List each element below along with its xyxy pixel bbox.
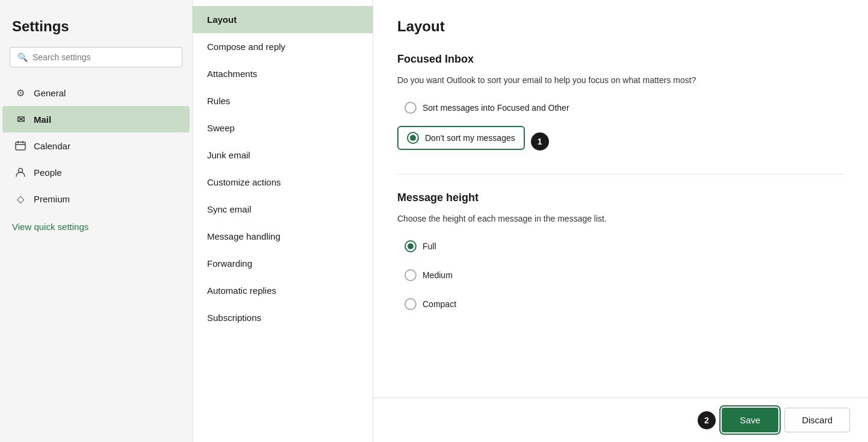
radio-full-circle bbox=[405, 240, 417, 252]
radio-full[interactable]: Full bbox=[397, 235, 444, 257]
search-input[interactable] bbox=[33, 52, 175, 62]
radio-nosort-messages[interactable]: Don't sort my messages bbox=[397, 126, 525, 150]
sidebar-item-people-label: People bbox=[34, 167, 62, 178]
focused-inbox-description: Do you want Outlook to sort your email t… bbox=[397, 75, 844, 85]
view-quick-settings-link[interactable]: View quick settings bbox=[0, 214, 192, 239]
sidebar-item-general[interactable]: ⚙ General bbox=[2, 79, 190, 106]
middle-panel: Layout Compose and reply Attachments Rul… bbox=[193, 0, 373, 442]
svg-rect-0 bbox=[16, 142, 25, 150]
radio-medium[interactable]: Medium bbox=[397, 264, 460, 286]
radio-nosort-label: Don't sort my messages bbox=[425, 133, 515, 143]
bottom-bar: 2 Save Discard bbox=[373, 397, 868, 442]
premium-icon: ◇ bbox=[14, 193, 26, 205]
middle-item-forwarding[interactable]: Forwarding bbox=[193, 250, 373, 277]
badge-2: 2 bbox=[698, 411, 716, 429]
search-icon: 🔍 bbox=[17, 52, 28, 62]
middle-item-junk[interactable]: Junk email bbox=[193, 142, 373, 169]
radio-medium-circle bbox=[405, 269, 417, 281]
sidebar-nav: ⚙ General ✉ Mail Calendar bbox=[0, 79, 192, 212]
section-divider bbox=[397, 174, 844, 175]
search-box[interactable]: 🔍 bbox=[10, 47, 182, 67]
radio-sort-label: Sort messages into Focused and Other bbox=[423, 103, 569, 113]
main-content: Layout Focused Inbox Do you want Outlook… bbox=[373, 0, 868, 442]
radio-full-label: Full bbox=[423, 241, 436, 251]
radio-compact[interactable]: Compact bbox=[397, 293, 463, 315]
sidebar-item-calendar-label: Calendar bbox=[34, 141, 70, 151]
sidebar-title: Settings bbox=[0, 12, 192, 47]
middle-item-handling[interactable]: Message handling bbox=[193, 223, 373, 250]
sidebar-item-mail[interactable]: ✉ Mail bbox=[2, 106, 190, 132]
middle-item-customize[interactable]: Customize actions bbox=[193, 169, 373, 196]
focused-inbox-title: Focused Inbox bbox=[397, 53, 844, 66]
mail-icon: ✉ bbox=[14, 113, 26, 125]
radio-medium-label: Medium bbox=[423, 270, 453, 280]
middle-item-sync[interactable]: Sync email bbox=[193, 196, 373, 223]
radio-compact-circle bbox=[405, 298, 417, 310]
sidebar-item-people[interactable]: People bbox=[2, 159, 190, 185]
middle-item-attachments[interactable]: Attachments bbox=[193, 60, 373, 87]
main-title: Layout bbox=[397, 18, 844, 35]
radio-nosort-circle bbox=[407, 132, 419, 144]
calendar-icon bbox=[14, 140, 26, 152]
message-height-title: Message height bbox=[397, 191, 844, 204]
save-badge-area: 2 Save bbox=[692, 408, 778, 432]
middle-item-compose[interactable]: Compose and reply bbox=[193, 33, 373, 60]
middle-item-replies[interactable]: Automatic replies bbox=[193, 277, 373, 304]
middle-item-sweep[interactable]: Sweep bbox=[193, 114, 373, 142]
people-icon bbox=[14, 166, 26, 178]
message-height-description: Choose the height of each message in the… bbox=[397, 214, 844, 223]
save-button[interactable]: Save bbox=[722, 408, 778, 432]
sidebar-item-calendar[interactable]: Calendar bbox=[2, 132, 190, 159]
gear-icon: ⚙ bbox=[14, 87, 26, 99]
nosort-badge-row: Don't sort my messages 1 bbox=[397, 126, 844, 157]
discard-button[interactable]: Discard bbox=[784, 408, 850, 432]
radio-sort-messages[interactable]: Sort messages into Focused and Other bbox=[397, 97, 577, 119]
sidebar: Settings 🔍 ⚙ General ✉ Mail Calendar bbox=[0, 0, 193, 442]
middle-item-rules[interactable]: Rules bbox=[193, 87, 373, 114]
sidebar-item-mail-label: Mail bbox=[34, 114, 51, 125]
sidebar-item-general-label: General bbox=[34, 88, 66, 98]
sidebar-item-premium-label: Premium bbox=[34, 194, 70, 204]
radio-compact-label: Compact bbox=[423, 299, 456, 309]
badge-1: 1 bbox=[531, 132, 549, 151]
middle-item-layout[interactable]: Layout bbox=[193, 6, 373, 33]
middle-item-subscriptions[interactable]: Subscriptions bbox=[193, 304, 373, 331]
sidebar-item-premium[interactable]: ◇ Premium bbox=[2, 185, 190, 212]
radio-sort-circle bbox=[405, 102, 417, 114]
